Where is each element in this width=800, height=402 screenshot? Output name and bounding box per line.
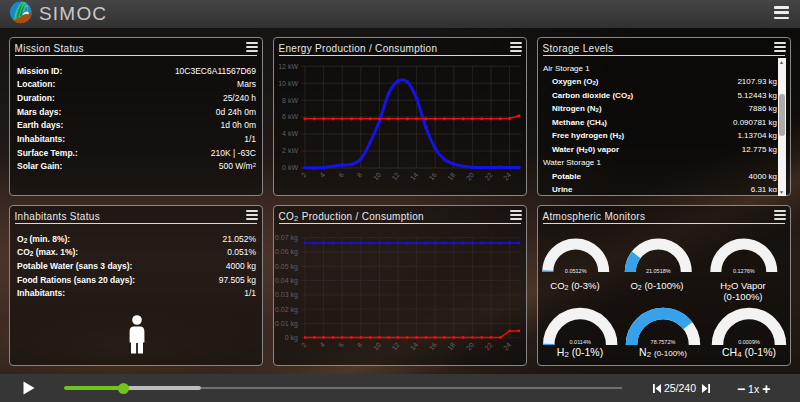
svg-text:20: 20 [465, 341, 475, 352]
svg-text:0.0114%: 0.0114% [570, 339, 591, 345]
svg-text:12: 12 [390, 171, 400, 182]
svg-text:0.05 kg: 0.05 kg [275, 263, 298, 271]
svg-text:0.0512%: 0.0512% [565, 268, 587, 274]
svg-text:16: 16 [428, 171, 438, 182]
svg-text:2: 2 [300, 171, 308, 179]
svg-text:0 kg: 0 kg [285, 334, 298, 342]
svg-text:0.02 kg: 0.02 kg [275, 306, 298, 314]
svg-text:24: 24 [502, 171, 512, 182]
svg-text:4: 4 [318, 341, 326, 349]
svg-text:0.03 kg: 0.03 kg [275, 291, 298, 299]
svg-text:0.06 kg: 0.06 kg [275, 248, 298, 256]
svg-text:16: 16 [428, 341, 438, 352]
svg-text:22: 22 [483, 341, 493, 352]
svg-text:12 kW: 12 kW [278, 63, 298, 70]
svg-text:78.7572%: 78.7572% [651, 339, 676, 345]
svg-text:6: 6 [337, 341, 345, 349]
svg-text:2 kW: 2 kW [282, 147, 298, 154]
svg-text:2: 2 [300, 341, 308, 349]
svg-text:21.0518%: 21.0518% [646, 268, 671, 274]
svg-text:0 kW: 0 kW [282, 164, 298, 171]
svg-text:10: 10 [372, 171, 382, 182]
svg-text:8 kW: 8 kW [282, 97, 298, 104]
svg-text:24: 24 [502, 341, 512, 352]
svg-text:6 kW: 6 kW [282, 113, 298, 120]
svg-text:0.1276%: 0.1276% [733, 268, 755, 274]
svg-text:6: 6 [337, 171, 345, 179]
svg-text:0.01 kg: 0.01 kg [275, 320, 298, 328]
svg-text:18: 18 [446, 171, 456, 182]
svg-text:22: 22 [483, 171, 493, 182]
svg-text:12: 12 [390, 341, 400, 352]
svg-text:4 kW: 4 kW [282, 130, 298, 137]
svg-text:10 kW: 10 kW [278, 80, 298, 87]
svg-text:8: 8 [356, 341, 364, 349]
svg-text:0.07 kg: 0.07 kg [275, 234, 298, 242]
svg-text:0.04 kg: 0.04 kg [275, 277, 298, 285]
svg-text:14: 14 [409, 341, 419, 352]
svg-text:20: 20 [465, 171, 475, 182]
svg-text:8: 8 [356, 171, 364, 179]
svg-text:0.0009%: 0.0009% [738, 339, 760, 345]
svg-text:10: 10 [372, 341, 382, 352]
svg-text:14: 14 [409, 171, 419, 182]
svg-text:4: 4 [318, 171, 326, 179]
svg-text:18: 18 [446, 341, 456, 352]
